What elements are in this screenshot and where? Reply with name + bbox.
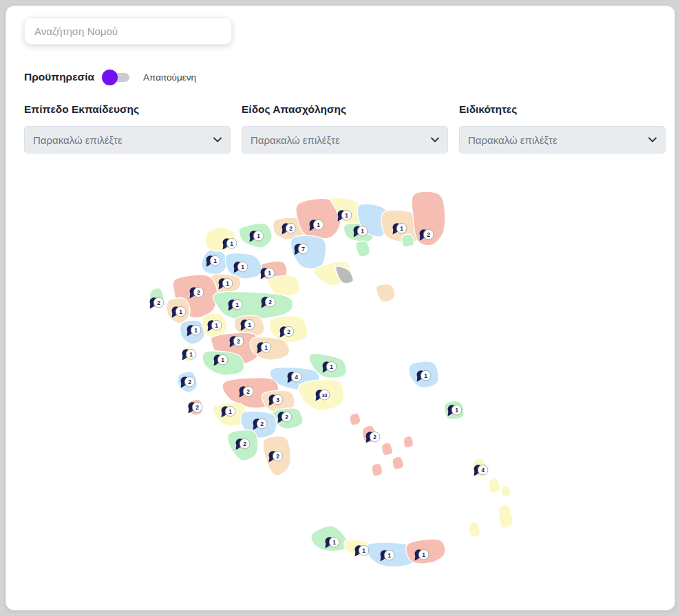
- marker-count: 1: [221, 357, 224, 363]
- marker-count: 1: [424, 372, 427, 379]
- map-region[interactable]: [350, 413, 360, 425]
- education-select[interactable]: Παρακαλώ επιλέξτε: [24, 126, 231, 153]
- marker-count: 2: [268, 299, 272, 306]
- map-marker[interactable]: 1: [393, 223, 407, 234]
- experience-row: Προϋπηρεσία Απαιτούμενη: [24, 68, 196, 86]
- marker-count: 2: [289, 225, 293, 232]
- map-marker[interactable]: 2: [253, 418, 267, 429]
- marker-count: 3: [276, 396, 279, 403]
- map-marker[interactable]: 1: [381, 550, 394, 561]
- map-marker[interactable]: 1: [417, 370, 431, 381]
- map-marker[interactable]: 1: [219, 278, 233, 289]
- map-marker[interactable]: 2: [262, 297, 275, 308]
- map-region[interactable]: [403, 436, 413, 447]
- map-marker[interactable]: 1: [187, 325, 201, 336]
- marker-count: 2: [243, 440, 246, 447]
- map-marker[interactable]: 1: [323, 361, 337, 372]
- marker-count: 1: [317, 222, 320, 229]
- marker-count: 33: [322, 393, 328, 398]
- map-marker[interactable]: 1: [257, 342, 271, 353]
- map-marker[interactable]: 2: [420, 229, 434, 240]
- map-region[interactable]: [392, 456, 403, 469]
- map-marker[interactable]: 1: [354, 226, 368, 237]
- marker-count: 1: [264, 344, 268, 351]
- map-region[interactable]: [372, 463, 382, 476]
- map-marker[interactable]: 1: [448, 405, 462, 416]
- marker-count: 1: [268, 270, 271, 277]
- map-marker[interactable]: 2: [278, 412, 292, 423]
- map-marker[interactable]: 2: [230, 336, 244, 347]
- experience-toggle[interactable]: [104, 73, 129, 82]
- map-marker[interactable]: 2: [189, 402, 202, 413]
- map-marker[interactable]: 1: [208, 320, 222, 331]
- map-marker[interactable]: 1: [229, 299, 242, 310]
- map-marker[interactable]: 1: [241, 319, 255, 330]
- map-marker[interactable]: 1: [338, 210, 352, 221]
- map-region[interactable]: [401, 234, 414, 246]
- marker-count: 1: [241, 264, 244, 270]
- map-region[interactable]: [499, 505, 513, 528]
- map-marker[interactable]: 1: [310, 220, 323, 231]
- map-marker[interactable]: 2: [240, 386, 253, 397]
- map-marker[interactable]: 2: [282, 223, 296, 234]
- marker-count: 2: [285, 414, 288, 421]
- map-region[interactable]: [376, 284, 395, 302]
- marker-count: 2: [246, 388, 250, 395]
- map-marker[interactable]: 33: [316, 390, 330, 401]
- map-marker[interactable]: 4: [474, 465, 488, 476]
- marker-count: 1: [226, 280, 229, 287]
- map-marker[interactable]: 2: [269, 451, 283, 462]
- map-marker[interactable]: 7: [295, 244, 308, 255]
- search-input[interactable]: [24, 17, 232, 45]
- map-marker[interactable]: 1: [214, 354, 228, 365]
- map-marker[interactable]: 2: [280, 326, 294, 337]
- map-region[interactable]: [382, 443, 393, 455]
- map-marker[interactable]: 1: [415, 549, 429, 560]
- map-marker[interactable]: 1: [223, 238, 237, 249]
- marker-count: 2: [195, 404, 199, 411]
- map-marker[interactable]: 1: [172, 306, 186, 317]
- greece-prefecture-map[interactable]: 1112121171111222111112211114223332122221…: [0, 171, 680, 611]
- map-marker[interactable]: 1: [326, 537, 339, 548]
- map-marker[interactable]: 2: [236, 438, 250, 449]
- marker-count: 2: [427, 231, 430, 238]
- map-marker[interactable]: 1: [206, 255, 220, 266]
- marker-count: 1: [248, 321, 251, 328]
- chevron-down-icon: [648, 137, 657, 142]
- map-marker[interactable]: 1: [355, 545, 369, 556]
- marker-count: 1: [345, 212, 348, 219]
- map-marker[interactable]: 1: [222, 406, 235, 417]
- filter-specialty: Ειδικότητες Παρακαλώ επιλέξτε: [459, 103, 666, 153]
- marker-count: 1: [213, 257, 217, 264]
- map-marker[interactable]: 1: [182, 349, 196, 360]
- specialty-select-value: Παρακαλώ επιλέξτε: [468, 134, 557, 146]
- map-region[interactable]: [469, 522, 480, 537]
- marker-count: 1: [194, 327, 198, 334]
- map-marker[interactable]: 1: [261, 268, 275, 279]
- map-region[interactable]: [489, 478, 500, 493]
- map-marker[interactable]: 2: [366, 432, 380, 443]
- map-marker[interactable]: 3: [269, 394, 283, 405]
- marker-count: 1: [235, 301, 239, 308]
- toggle-knob-icon[interactable]: [102, 70, 118, 85]
- map-marker[interactable]: 1: [234, 262, 248, 273]
- marker-count: 2: [197, 289, 200, 296]
- employment-select[interactable]: Παρακαλώ επιλέξτε: [242, 126, 448, 153]
- map-marker[interactable]: 1: [250, 231, 264, 242]
- marker-count: 2: [373, 434, 376, 440]
- map-region[interactable]: [356, 241, 370, 257]
- marker-count: 1: [332, 539, 336, 546]
- map-marker[interactable]: 2: [190, 287, 204, 298]
- map-marker[interactable]: 4: [288, 372, 301, 383]
- specialty-select[interactable]: Παρακαλώ επιλέξτε: [459, 126, 666, 153]
- map-marker[interactable]: 2: [181, 376, 195, 387]
- marker-count: 1: [387, 552, 391, 559]
- map-region[interactable]: [502, 485, 511, 496]
- filter-employment-label: Είδος Απασχόλησης: [242, 103, 448, 116]
- marker-count: 1: [179, 308, 182, 315]
- chevron-down-icon: [431, 137, 439, 142]
- marker-count: 1: [230, 240, 233, 247]
- marker-count: 4: [481, 467, 485, 474]
- map-marker[interactable]: 2: [150, 297, 164, 308]
- marker-count: 2: [237, 338, 240, 345]
